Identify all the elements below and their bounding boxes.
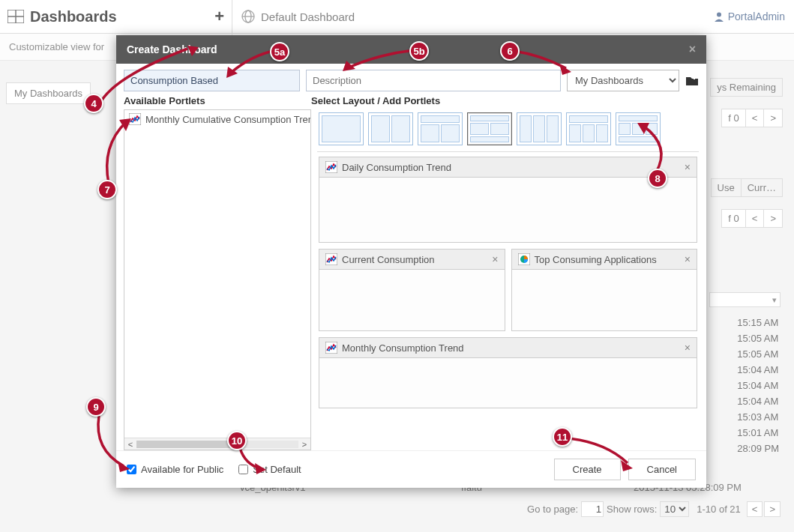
portlet-item-label: Monthly Cumulative Consumption Trend	[145, 114, 310, 125]
portlet-zones: Daily Consumption Trend × Current Consum…	[317, 152, 699, 450]
callout-7: 7	[97, 180, 117, 199]
set-default-input[interactable]	[238, 465, 248, 474]
modal-inputs-row: My Dashboards	[116, 64, 706, 95]
callout-5a: 5a	[270, 42, 289, 61]
scroll-left-icon[interactable]: <	[124, 440, 136, 449]
portlet-hscroll[interactable]: < >	[124, 438, 310, 450]
layout-top-3col-bottom[interactable]	[616, 112, 661, 145]
available-public-input[interactable]	[127, 465, 136, 474]
zone-title: Current Consumption	[342, 254, 435, 265]
zone-right[interactable]: Top Consuming Applications ×	[511, 249, 698, 331]
pie-chart-icon	[518, 253, 530, 265]
callout-4: 4	[84, 94, 103, 113]
layout-3col[interactable]	[517, 112, 562, 145]
available-public-label: Available for Public	[141, 464, 223, 475]
layout-area: Daily Consumption Trend × Current Consum…	[317, 109, 699, 450]
layout-picker	[317, 109, 699, 152]
zone-remove-button[interactable]: ×	[685, 161, 691, 173]
layout-top-3col[interactable]	[566, 112, 611, 145]
callout-5b: 5b	[409, 41, 429, 61]
dashboard-name-input[interactable]	[124, 70, 300, 91]
zone-bottom[interactable]: Monthly Consumption Trend ×	[319, 337, 697, 408]
callout-8: 8	[648, 169, 667, 188]
zone-remove-button[interactable]: ×	[685, 342, 691, 354]
scroll-right-icon[interactable]: >	[298, 440, 310, 449]
create-dashboard-modal: Create Dashboard × My Dashboards Availab…	[116, 35, 706, 488]
zone-left[interactable]: Current Consumption ×	[319, 249, 505, 331]
set-default-label: Set Default	[253, 464, 301, 475]
set-default-checkbox[interactable]: Set Default	[238, 464, 301, 475]
available-public-checkbox[interactable]: Available for Public	[127, 464, 223, 475]
chart-icon	[325, 161, 337, 173]
layout-title: Select Layout / Add Portlets	[311, 95, 440, 106]
zone-remove-button[interactable]: ×	[685, 253, 691, 265]
callout-10: 10	[227, 431, 247, 450]
zone-remove-button[interactable]: ×	[492, 253, 498, 265]
chart-icon	[325, 253, 337, 265]
cancel-button[interactable]: Cancel	[628, 459, 696, 480]
folder-add-icon[interactable]	[685, 75, 699, 87]
layout-top-2col-bottom[interactable]	[467, 112, 512, 145]
zone-top[interactable]: Daily Consumption Trend ×	[319, 157, 697, 243]
scroll-thumb[interactable]	[136, 441, 234, 448]
chart-icon	[325, 342, 337, 354]
layout-1col[interactable]	[319, 112, 364, 145]
section-titles: Available Portlets Select Layout / Add P…	[116, 95, 706, 109]
zone-title: Top Consuming Applications	[535, 254, 657, 265]
zone-title: Daily Consumption Trend	[342, 162, 451, 173]
create-button[interactable]: Create	[554, 459, 621, 480]
portlet-item[interactable]: Monthly Cumulative Consumption Trend	[124, 110, 310, 128]
available-portlets-list: Monthly Cumulative Consumption Trend < >	[124, 109, 311, 450]
modal-footer: Available for Public Set Default Create …	[116, 450, 706, 488]
modal-title: Create Dashboard	[127, 43, 217, 55]
modal-body: Monthly Cumulative Consumption Trend < >	[116, 109, 706, 450]
modal-close-button[interactable]: ×	[689, 43, 696, 56]
callout-11: 11	[553, 427, 572, 447]
layout-top-2col[interactable]	[418, 112, 463, 145]
dashboard-folder-select[interactable]: My Dashboards	[567, 70, 679, 91]
chart-icon	[129, 113, 141, 125]
svg-rect-8	[692, 76, 697, 78]
zone-title: Monthly Consumption Trend	[342, 342, 464, 354]
callout-9: 9	[86, 397, 106, 417]
callout-6: 6	[500, 41, 520, 61]
layout-2col[interactable]	[368, 112, 413, 145]
available-portlets-title: Available Portlets	[124, 95, 311, 106]
dashboard-description-input[interactable]	[306, 70, 561, 91]
